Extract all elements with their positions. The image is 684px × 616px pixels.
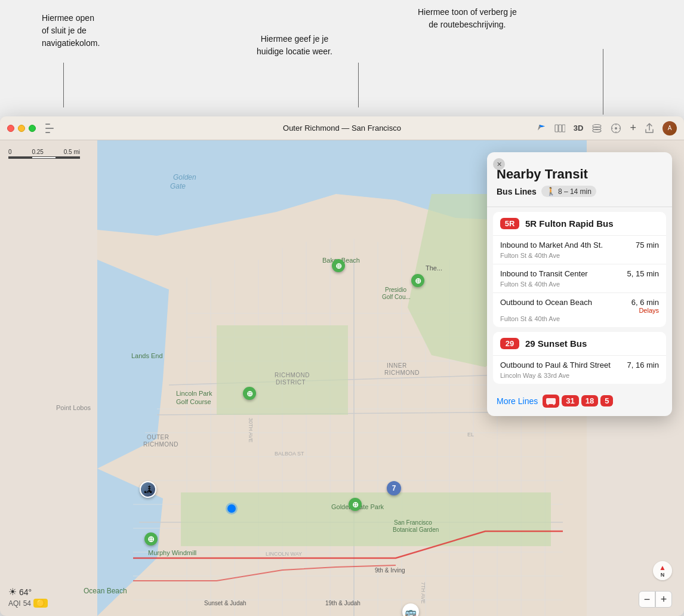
svg-rect-0 — [555, 125, 558, 132]
annotation-mid: Hiermee geef je je huidige locatie weer. — [257, 33, 332, 58]
annotation-right-line — [603, 49, 603, 115]
annotation-left: Hiermee open of sluit je de navigatiekol… — [42, 12, 100, 50]
more-lines-section: More Lines 31 18 5 — [487, 389, 672, 416]
maps-window: Outer Richmond — San Francisco 3D — [0, 116, 684, 616]
close-button[interactable] — [7, 125, 14, 132]
add-button[interactable]: + — [630, 122, 636, 134]
avatar[interactable]: A — [663, 121, 677, 135]
route-stop-3: Fulton St & 40th Ave — [500, 315, 659, 322]
annotation-left-line — [63, 63, 64, 107]
route-item-top: Inbound to Transit Center 5, 15 min — [500, 269, 659, 279]
weather-sun-icon: ☀ — [8, 586, 17, 597]
route-header-29: 29 29 Sunset Bus — [493, 332, 666, 355]
panel-close-button[interactable]: ✕ — [493, 158, 505, 170]
panel-divider — [487, 207, 672, 207]
route-item-top: Outbound to Paul & Third Street 7, 16 mi… — [500, 361, 659, 371]
panel-subtitle-row: Bus Lines 🚶 8 – 14 min — [497, 186, 663, 197]
windmill-pin[interactable]: ⊕ — [144, 532, 158, 546]
route-name-5r: 5R Fulton Rapid Bus — [525, 218, 614, 229]
presidio-pin[interactable]: ⊕ — [411, 274, 424, 287]
aqi-row: AQI 54 🟡 — [8, 599, 48, 608]
walk-time-badge: 🚶 8 – 14 min — [541, 186, 596, 197]
route-stop-4: Lincoln Way & 33rd Ave — [500, 372, 659, 379]
weather-temp: ☀ 64° — [8, 586, 48, 597]
panel-title: Nearby Transit — [497, 167, 663, 182]
route-dest-3: Outbound to Ocean Beach — [500, 298, 627, 308]
route-time-3: 6, 6 min — [631, 298, 659, 307]
aqi-label: AQI — [8, 599, 21, 608]
annotation-mid-line — [358, 63, 359, 107]
route-dest-1: Inbound to Market And 4th St. — [500, 241, 631, 251]
more-badge-5[interactable]: 5 — [600, 395, 613, 406]
route-time-1: 75 min — [636, 241, 659, 250]
maximize-button[interactable] — [29, 125, 36, 132]
svg-point-54 — [553, 403, 555, 405]
walk-time-text: 8 – 14 min — [558, 187, 591, 196]
scale-bar: 0 0.25 0.5 mi — [8, 149, 80, 159]
aqi-value: 54 — [23, 599, 31, 608]
map-view-icon[interactable] — [554, 124, 565, 133]
annotation-layer: Hiermee open of sluit je de navigatiekol… — [0, 0, 684, 116]
numbered-pin-7[interactable]: 7 — [387, 481, 401, 495]
delay-badge: Delays — [639, 307, 659, 314]
layers-icon[interactable] — [591, 124, 602, 133]
svg-marker-50 — [217, 325, 348, 415]
zoom-in-button[interactable]: + — [655, 591, 672, 608]
3d-button[interactable]: 3D — [574, 124, 584, 133]
svg-rect-1 — [559, 125, 562, 132]
gg-park-pin[interactable]: ⊕ — [349, 498, 362, 511]
svg-marker-51 — [181, 492, 551, 546]
traffic-lights — [7, 125, 36, 132]
route-badge-5r: 5R — [500, 218, 519, 229]
sidebar-btn-bar — [45, 124, 50, 125]
sidebar-toggle-button[interactable] — [45, 124, 57, 133]
route-item-29-1[interactable]: Outbound to Paul & Third Street 7, 16 mi… — [493, 355, 666, 384]
time-delay-group: 6, 6 min Delays — [627, 298, 659, 314]
more-lines-badges: 31 18 5 — [543, 395, 613, 408]
directions-button[interactable] — [611, 123, 621, 134]
bus-icon-more — [543, 395, 559, 408]
scale-numbers: 0 0.25 0.5 mi — [8, 149, 80, 155]
route-dest-2: Inbound to Transit Center — [500, 269, 623, 279]
sidebar-btn-bar — [45, 132, 50, 133]
titlebar-actions: 3D + — [537, 121, 677, 135]
weather-bar: ☀ 64° AQI 54 🟡 — [8, 586, 48, 608]
transit-map-pin[interactable]: 🚌 — [402, 603, 419, 616]
lincoln-park-pin[interactable]: ⊕ — [243, 387, 256, 400]
route-item-5r-3[interactable]: Outbound to Ocean Beach 6, 6 min Delays … — [493, 292, 666, 327]
route-item-5r-2[interactable]: Inbound to Transit Center 5, 15 min Fult… — [493, 264, 666, 292]
route-item-top: Outbound to Ocean Beach 6, 6 min Delays — [500, 298, 659, 314]
titlebar: Outer Richmond — San Francisco 3D — [0, 116, 684, 140]
photo-pin[interactable]: 🏞 — [140, 481, 156, 498]
baker-beach-pin[interactable]: ⊕ — [332, 259, 345, 272]
share-button[interactable] — [645, 123, 654, 134]
route-section-29: 29 29 Sunset Bus Outbound to Paul & Thir… — [493, 332, 666, 384]
sidebar-btn-bar — [45, 128, 54, 129]
minimize-button[interactable] — [18, 125, 25, 132]
window-title: Outer Richmond — San Francisco — [283, 124, 401, 133]
route-header-5r: 5R 5R Fulton Rapid Bus — [493, 212, 666, 235]
compass[interactable]: ▲ N — [653, 561, 672, 580]
compass-n-label: N — [661, 572, 665, 578]
walk-icon: 🚶 — [546, 187, 556, 196]
route-time-4: 7, 16 min — [627, 361, 659, 369]
location-icon[interactable] — [537, 124, 546, 133]
route-item-5r-1[interactable]: Inbound to Market And 4th St. 75 min Ful… — [493, 235, 666, 264]
zoom-out-button[interactable]: − — [639, 591, 655, 608]
route-stop-2: Fulton St & 40th Ave — [500, 281, 659, 288]
weather-temp-value: 64° — [19, 587, 32, 597]
zoom-controls: − + — [639, 591, 672, 608]
route-badge-29: 29 — [500, 338, 519, 349]
svg-rect-52 — [546, 398, 556, 404]
more-lines-button[interactable]: More Lines — [497, 396, 538, 406]
svg-point-53 — [547, 403, 549, 405]
more-badge-31[interactable]: 31 — [562, 395, 578, 406]
route-time-2: 5, 15 min — [627, 269, 659, 278]
scale-line — [8, 156, 80, 159]
panel-header: Nearby Transit Bus Lines 🚶 8 – 14 min — [487, 157, 672, 202]
route-dest-4: Outbound to Paul & Third Street — [500, 361, 623, 371]
map-area[interactable]: Golden Gate Baker Beach Presidio Golf Co… — [0, 140, 684, 616]
transit-panel: ✕ Nearby Transit Bus Lines 🚶 8 – 14 min … — [487, 152, 672, 416]
panel-subtitle-label: Bus Lines — [497, 187, 537, 196]
more-badge-18[interactable]: 18 — [581, 395, 598, 406]
